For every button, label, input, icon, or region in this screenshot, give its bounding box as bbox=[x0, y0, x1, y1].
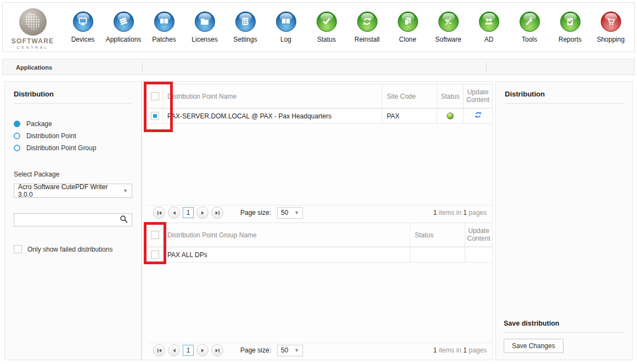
toolbar-item-licenses[interactable]: Licenses bbox=[184, 12, 225, 43]
pages-count: 1 bbox=[463, 209, 467, 217]
save-changes-button[interactable]: Save Changes bbox=[504, 339, 563, 353]
distribution-save-panel: Distribution Save distribution Save Chan… bbox=[495, 81, 633, 360]
current-page-button[interactable]: 1 bbox=[183, 345, 194, 356]
toolbar-item-ad[interactable]: AD bbox=[469, 12, 509, 43]
radio-distribution-point[interactable]: Distribution Point bbox=[5, 130, 141, 142]
toolbar-item-shopping[interactable]: Shopping bbox=[590, 12, 631, 43]
toolbar-item-applications[interactable]: Applications bbox=[103, 12, 144, 43]
app-logo[interactable]: SOFTWARE CENTRAL bbox=[3, 5, 63, 49]
search-icon[interactable] bbox=[120, 215, 128, 225]
monitor-icon bbox=[73, 12, 93, 32]
toolbar-item-label: Clone bbox=[399, 36, 416, 43]
distribution-point-table: Distribution Point Name Site Code Status… bbox=[148, 84, 492, 220]
status-green-icon bbox=[447, 112, 454, 120]
folder-icon bbox=[195, 12, 215, 32]
next-page-button[interactable] bbox=[196, 344, 208, 356]
header-cell-select-all bbox=[148, 84, 162, 108]
page-size-value: 50 bbox=[281, 346, 288, 354]
divider bbox=[505, 103, 623, 104]
pages-text: pages bbox=[469, 209, 487, 217]
distribution-point-group-table: Distribution Point Group Name Status Upd… bbox=[148, 223, 492, 357]
row-cell-select bbox=[148, 247, 162, 262]
header-cell-select-all bbox=[148, 223, 162, 247]
next-page-button[interactable] bbox=[196, 207, 208, 219]
toolbar-item-reinstall[interactable]: Reinstall bbox=[347, 12, 387, 43]
refresh-icon bbox=[357, 12, 377, 32]
table-row[interactable]: PAX ALL DPs bbox=[148, 247, 492, 263]
radio-icon bbox=[14, 145, 20, 151]
radio-label: Package bbox=[26, 120, 52, 128]
select-all-checkbox[interactable] bbox=[151, 231, 159, 239]
checklist-icon bbox=[235, 12, 256, 32]
table-row[interactable]: PAX-SERVER.DOM.LOCAL @ PAX - Pax Headqua… bbox=[148, 109, 492, 124]
header-cell-update-content: Update Content bbox=[465, 223, 492, 247]
toolbar-item-label: Patches bbox=[152, 36, 176, 43]
page-size-select[interactable]: 50 ▼ bbox=[277, 207, 303, 219]
row-checkbox[interactable] bbox=[151, 112, 159, 120]
toolbar-item-label: Shopping bbox=[597, 36, 625, 43]
row-cell-name: PAX-SERVER.DOM.LOCAL @ PAX - Pax Headqua… bbox=[162, 109, 382, 123]
radio-package[interactable]: Package bbox=[5, 118, 141, 130]
top-toolbar: SOFTWARE CENTRAL Devices Applications Pa… bbox=[2, 2, 635, 52]
pages-count: 1 bbox=[463, 346, 467, 354]
logo-sphere-icon bbox=[19, 8, 47, 36]
toolbar-item-label: Applications bbox=[106, 36, 142, 43]
row-cell-status bbox=[437, 109, 463, 123]
chevron-down-icon: ▼ bbox=[294, 210, 299, 215]
checkmark-icon bbox=[317, 12, 337, 32]
select-package-label: Select Package bbox=[14, 170, 132, 178]
toolbar-item-software[interactable]: Software bbox=[428, 12, 469, 43]
toolbar-item-label: Devices bbox=[71, 36, 95, 43]
items-text: items in bbox=[439, 346, 461, 354]
pages-text: pages bbox=[469, 346, 487, 354]
distribution-grids-panel: Distribution Point Name Site Code Status… bbox=[142, 81, 493, 360]
report-check-icon bbox=[560, 12, 580, 32]
first-page-button[interactable] bbox=[153, 207, 165, 219]
checkbox-icon[interactable] bbox=[14, 245, 22, 253]
toolbar-item-settings[interactable]: Settings bbox=[225, 12, 266, 43]
toolbar-item-devices[interactable]: Devices bbox=[63, 12, 103, 43]
toolbar-item-label: Tools bbox=[522, 36, 537, 43]
page-size-label: Page size: bbox=[240, 346, 271, 354]
header-cell-status: Status bbox=[437, 84, 463, 108]
books-icon bbox=[114, 12, 134, 32]
prev-page-button[interactable] bbox=[168, 207, 180, 219]
table-header-row: Distribution Point Group Name Status Upd… bbox=[148, 223, 492, 247]
toolbar-item-tools[interactable]: Tools bbox=[509, 12, 550, 43]
prev-page-button[interactable] bbox=[168, 344, 180, 356]
search-input[interactable] bbox=[18, 215, 120, 224]
header-cell-status: Status bbox=[410, 223, 465, 247]
select-all-checkbox[interactable] bbox=[151, 92, 159, 100]
header-cell-name: Distribution Point Group Name bbox=[162, 223, 410, 247]
update-content-refresh-icon[interactable] bbox=[474, 111, 482, 121]
toolbar-item-label: Reports bbox=[559, 36, 582, 43]
chevron-down-icon: ▼ bbox=[294, 348, 299, 353]
header-cell-site-code: Site Code bbox=[382, 84, 437, 108]
row-cell-name: PAX ALL DPs bbox=[162, 247, 410, 262]
only-failed-filter[interactable]: Only show failed distributions bbox=[14, 245, 132, 253]
first-page-button[interactable] bbox=[153, 344, 165, 356]
toolbar-item-clone[interactable]: Clone bbox=[387, 12, 428, 43]
plus-minus-icon bbox=[438, 12, 459, 32]
toolbar-item-log[interactable]: Log bbox=[266, 12, 306, 43]
save-distribution-title: Save distribution bbox=[504, 320, 624, 333]
breadcrumb-bar: Applications bbox=[2, 59, 635, 75]
toolbar-item-status[interactable]: Status bbox=[306, 12, 347, 43]
toolbar-item-reports[interactable]: Reports bbox=[550, 12, 590, 43]
package-select[interactable]: Acro Software CutePDF Writer 3.0.0 ▼ bbox=[14, 184, 132, 198]
radio-distribution-point-group[interactable]: Distribution Point Group bbox=[5, 142, 141, 154]
package-select-value: Acro Software CutePDF Writer 3.0.0 bbox=[18, 183, 123, 198]
toolbar-item-patches[interactable]: Patches bbox=[144, 12, 184, 43]
row-cell-update bbox=[465, 247, 492, 262]
open-book-icon bbox=[154, 12, 174, 32]
row-cell-site-code: PAX bbox=[382, 109, 437, 123]
toolbar-items: Devices Applications Patches Licenses Se bbox=[63, 12, 634, 43]
row-checkbox[interactable] bbox=[151, 251, 159, 259]
last-page-button[interactable] bbox=[211, 344, 223, 356]
current-page-button[interactable]: 1 bbox=[183, 207, 194, 218]
last-page-button[interactable] bbox=[211, 207, 223, 219]
page-size-select[interactable]: 50 ▼ bbox=[277, 345, 303, 356]
right-panel-title: Distribution bbox=[496, 82, 632, 103]
dpg-table-pager: 1 Page size: 50 ▼ 1 items in 1 pages bbox=[148, 343, 492, 357]
only-failed-label: Only show failed distributions bbox=[27, 246, 112, 253]
